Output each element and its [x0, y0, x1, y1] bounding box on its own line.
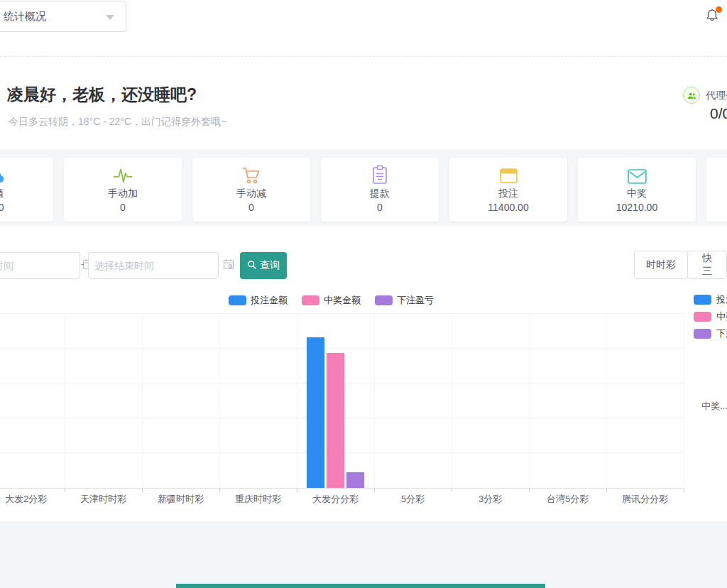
agent-members-value: 0/0 — [710, 105, 727, 122]
stat-card-value: 10210.00 — [578, 202, 696, 213]
x-axis-label-3分彩: 3分彩 — [452, 493, 529, 506]
report-type-value: 统计概况 — [4, 10, 46, 23]
stat-card-value: 11400.00 — [449, 202, 567, 213]
stat-card-value: 0.00 — [0, 202, 53, 213]
side-legend-item-投注金额[interactable]: 投注金额 — [694, 293, 727, 306]
legend-label: 下注盈亏 — [716, 327, 727, 340]
legend-item-中奖金额[interactable]: 中奖金额 — [302, 294, 361, 307]
bell-icon — [704, 13, 720, 26]
axis-tick — [374, 489, 375, 492]
gridline — [684, 313, 684, 488]
notification-bell-button[interactable] — [704, 8, 723, 26]
legend-label: 下注盈亏 — [397, 294, 434, 307]
legend-swatch — [694, 329, 711, 339]
clipboard-icon — [321, 158, 439, 185]
x-axis-label-5分彩: 5分彩 — [374, 493, 452, 506]
stat-card-充值: 充值0.00 — [0, 158, 53, 222]
start-date-input[interactable] — [0, 252, 80, 279]
legend-swatch — [229, 295, 246, 305]
filter-button-时时彩[interactable]: 时时彩 — [634, 251, 688, 279]
axis-tick — [219, 489, 220, 492]
stat-card-value: 0 — [64, 202, 182, 213]
filter-button-快三[interactable]: 快三 — [687, 251, 727, 279]
gridline — [606, 313, 607, 488]
x-axis-label-新疆时时彩: 新疆时时彩 — [142, 493, 219, 506]
envelope-icon — [578, 158, 696, 185]
axis-tick — [142, 489, 143, 492]
legend-label: 投注金额 — [716, 293, 727, 306]
stat-card-提款: 提款0 — [321, 158, 439, 222]
legend-label: 投注金额 — [251, 294, 288, 307]
legend-swatch — [302, 295, 319, 305]
pie-slice-label: 中奖... — [701, 400, 727, 413]
stat-card-手动加: 手动加0 — [64, 158, 182, 222]
top-bar: 统计概况 — [0, 0, 727, 57]
end-date-input[interactable] — [88, 252, 219, 279]
search-button[interactable]: 查询 — [240, 252, 287, 279]
gridline — [529, 313, 530, 488]
chart-legend: 投注金额中奖金额下注盈亏 — [229, 294, 434, 307]
gridline — [142, 313, 143, 488]
bar-中奖金额-大发分分彩 — [327, 353, 344, 488]
bottom-background-band — [0, 521, 727, 588]
report-type-select[interactable]: 统计概况 — [0, 1, 126, 32]
gridline — [0, 313, 684, 314]
notification-dot — [716, 6, 722, 13]
legend-label: 中奖金额 — [324, 294, 361, 307]
stat-card-投注: 投注11400.00 — [449, 158, 567, 222]
axis-tick — [606, 489, 607, 492]
legend-swatch — [375, 295, 393, 305]
stat-card-手动减: 手动减0 — [192, 158, 310, 222]
stat-cards-band: 充值0.00手动加0手动减0提款0投注11400.00中奖10210.00 — [0, 149, 727, 226]
bottom-teal-bar — [176, 584, 545, 588]
legend-item-投注金额[interactable]: 投注金额 — [229, 294, 288, 307]
legend-label: 中奖金额 — [716, 310, 727, 323]
stat-card-label: 手动加 — [64, 187, 182, 200]
calendar-icon — [449, 158, 567, 185]
axis-tick — [297, 489, 297, 492]
x-axis-label-大发2分彩: 大发2分彩 — [0, 493, 65, 506]
x-axis-label-腾讯分分彩: 腾讯分分彩 — [606, 493, 684, 506]
gridline — [219, 313, 220, 488]
greeting-weather-subtitle: 今日多云转阴，18°C - 22°C，出门记得穿外套哦~ — [9, 116, 226, 129]
chevron-down-icon — [106, 15, 114, 20]
greeting-title: 凌晨好，老板，还没睡吧? — [7, 84, 197, 106]
stat-card-中奖: 中奖10210.00 — [578, 158, 696, 222]
stat-card-value: 0 — [321, 202, 439, 213]
search-button-label: 查询 — [260, 259, 280, 272]
x-axis-label-大发分分彩: 大发分分彩 — [297, 493, 374, 506]
gridline — [374, 313, 375, 488]
bar-投注金额-大发分分彩 — [307, 337, 324, 488]
stat-card — [706, 158, 727, 222]
legend-swatch — [694, 295, 711, 305]
stat-card-value: 0 — [192, 202, 310, 213]
side-legend-item-下注盈亏[interactable]: 下注盈亏 — [694, 327, 727, 340]
axis-tick — [684, 489, 684, 492]
stat-card-label: 投注 — [449, 187, 567, 200]
legend-swatch — [694, 312, 711, 322]
gridline — [452, 313, 452, 488]
axis-tick — [529, 489, 530, 492]
cloud-icon — [0, 158, 53, 185]
end-date-field[interactable] — [94, 260, 223, 271]
stat-card-label: 充值 — [0, 187, 53, 200]
axis-tick — [452, 489, 452, 492]
calendar-small-icon — [223, 258, 234, 273]
gridline — [297, 313, 297, 488]
x-axis-label-台湾5分彩: 台湾5分彩 — [529, 493, 606, 506]
bar-下注盈亏-大发分分彩 — [346, 472, 364, 488]
agent-members-label: 代理会员 — [706, 89, 727, 102]
legend-item-下注盈亏[interactable]: 下注盈亏 — [375, 294, 434, 307]
dashboard-page: 统计概况 凌晨好，老板，还没睡吧? 今日多云转阴，18°C - 22°C，出门记… — [0, 0, 727, 588]
start-date-field[interactable] — [0, 260, 82, 271]
axis-tick — [65, 489, 65, 492]
side-legend-item-中奖金额[interactable]: 中奖金额 — [694, 310, 727, 323]
cart-icon — [192, 158, 310, 185]
stat-card-label: 提款 — [321, 187, 439, 200]
x-axis-label-天津时时彩: 天津时时彩 — [65, 493, 142, 506]
stat-card-label: 中奖 — [578, 187, 696, 200]
date-range-separator: - — [81, 258, 84, 270]
x-axis-label-重庆时时彩: 重庆时时彩 — [219, 493, 297, 506]
pulse-icon — [64, 158, 182, 185]
x-axis-line — [0, 488, 684, 489]
